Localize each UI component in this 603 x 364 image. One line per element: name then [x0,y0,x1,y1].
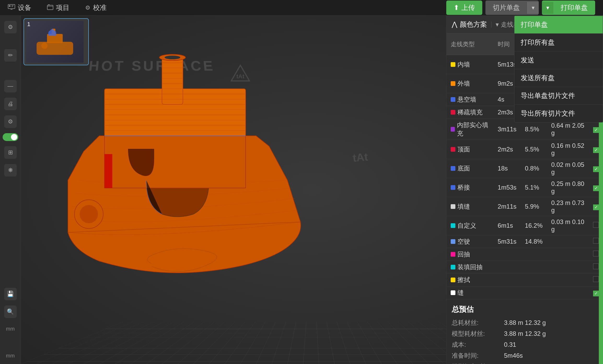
sidebar-search-button[interactable]: 🔍 [4,306,17,318]
collapse-icon: ⋀ [452,20,457,28]
slice-arrow-button[interactable]: ▾ [527,2,539,14]
dropdown-item-2[interactable]: 发送 [514,51,603,69]
route-name-cell: 缝 [447,286,494,299]
calibrate-label: 校准 [93,3,107,12]
sidebar-settings-button[interactable]: ⚙ [4,21,17,33]
sidebar-save-button[interactable]: 💾 [4,288,17,300]
svg-point-39 [80,205,98,223]
route-time-cell [494,261,521,274]
thumbnail-card[interactable]: 1 [24,18,89,65]
summary-row: 模型耗材丝:3.88 m 12.32 g [452,330,598,338]
route-material-cell: 0.02 m 0.05 g [547,159,589,178]
route-name-cell: 悬空墙 [447,93,494,106]
route-time-cell: 2m11s [494,197,521,216]
route-time-cell [494,248,521,261]
route-time-cell [494,274,521,286]
save-icon: 💾 [7,291,14,297]
table-row[interactable]: 装填回抽 [447,261,603,274]
route-checkbox[interactable] [593,222,599,228]
upload-label: 上传 [461,3,475,12]
tat-text: tAt [352,151,368,165]
project-label: 项目 [56,3,69,12]
route-material-cell: 0.25 m 0.80 g [547,178,589,197]
summary-row: 准备时间:5m46s [452,351,598,360]
summary-value: 5m46s [504,352,523,359]
summary-value: 3.88 m 12.32 g [504,330,546,337]
route-time-cell: 18s [494,159,521,178]
dropdown-item-3[interactable]: 发送所有盘 [514,69,603,87]
svg-point-10 [41,43,48,49]
dropdown-item-5[interactable]: 导出所有切片文件 [514,105,603,122]
summary-value: 31m32s [504,363,526,364]
table-row[interactable]: 擦拭 [447,274,603,286]
thumbnail-image [26,21,84,63]
svg-rect-26 [162,57,183,104]
gear2-icon: ⚙ [8,118,13,125]
table-row[interactable]: 回抽 [447,248,603,261]
sidebar-nodes-button[interactable]: ❋ [4,164,17,177]
project-menu[interactable]: 项目 [47,3,69,12]
table-row[interactable]: 桥接1m53s5.1%0.25 m 0.80 g✓ [447,178,603,197]
table-row[interactable]: 底面18s0.8%0.02 m 0.05 g✓ [447,159,603,178]
route-checkbox[interactable] [593,263,599,269]
panel-color-scheme[interactable]: ⋀ 颜色方案 [452,20,487,29]
nodes-icon: ❋ [8,167,13,174]
route-checkbox[interactable]: ✓ [593,166,599,172]
route-percent-cell [521,261,547,274]
summary-title: 总预估 [452,304,598,314]
table-row[interactable]: 自定义6m1s16.2%0.03 m 0.10 g [447,216,603,235]
route-checkbox[interactable]: ✓ [593,147,599,153]
route-checkbox[interactable]: ✓ [593,127,599,133]
settings-icon: ⚙ [8,24,13,31]
route-percent-cell: 16.2% [521,216,547,235]
slice-button[interactable]: 切片单盘 [485,1,527,15]
calibrate-menu[interactable]: ⚙ 校准 [85,3,107,12]
device-menu[interactable]: 设备 [8,3,31,12]
route-percent-cell: 14.8% [521,235,547,248]
route-name-cell: 装填回抽 [447,261,494,274]
device-label: 设备 [18,3,31,12]
summary-row: 总耗材丝:3.88 m 12.32 g [452,319,598,327]
table-row[interactable]: 空驶5m31s14.8% [447,235,603,248]
sidebar-grid-button[interactable]: ⊞ [4,146,17,159]
dropdown-items: 打印单盘打印所有盘发送发送所有盘导出单盘切片文件导出所有切片文件 [514,16,603,122]
route-checkbox[interactable] [593,238,599,244]
route-checkbox[interactable] [593,276,599,282]
dropdown-menu: 打印单盘打印所有盘发送发送所有盘导出单盘切片文件导出所有切片文件 [514,16,603,122]
route-name-cell: 内墙 [447,55,494,74]
svg-rect-6 [48,4,50,5]
sidebar-gear-button[interactable]: ⚙ [4,115,17,128]
svg-rect-11 [48,32,56,36]
dropdown-item-4[interactable]: 导出单盘切片文件 [514,87,603,105]
route-checkbox[interactable]: ✓ [593,291,599,296]
sidebar-minus-button[interactable]: — [4,80,17,92]
print-button[interactable]: 打印单盘 [553,1,595,15]
thumbnail-area: 1 [24,18,89,65]
dropdown-item-1[interactable]: 打印所有盘 [514,34,603,51]
sidebar-print-button[interactable]: 🖨 [4,98,17,110]
left-sidebar: ⚙ ✏ — 🖨 ⚙ ⊞ ❋ 💾 🔍 mm mm [0,16,21,364]
toggle-switch[interactable] [3,133,18,141]
route-material-cell [547,248,589,261]
route-percent-cell [521,274,547,286]
print-dropdown-button[interactable]: ▾ [542,2,553,14]
summary-value: 3.88 m 12.32 g [504,319,546,326]
table-row[interactable]: 填缝2m11s5.9%0.23 m 0.73 g✓ [447,197,603,216]
route-checkbox[interactable] [593,251,599,256]
route-name-cell: 空驶 [447,235,494,248]
dropdown-item-0[interactable]: 打印单盘 [514,16,603,34]
summary-label: 总耗材丝: [452,319,499,327]
upload-button[interactable]: ⬆ 上传 [446,1,482,15]
route-material-cell: 0.16 m 0.52 g [547,140,589,159]
print-group: ▾ 打印单盘 [542,1,595,15]
route-percent-cell: 5.5% [521,140,547,159]
route-name-cell: 顶面 [447,140,494,159]
sidebar-edit-button[interactable]: ✏ [4,49,17,62]
route-checkbox[interactable]: ✓ [593,204,599,210]
route-name-cell: 底面 [447,159,494,178]
route-name-cell: 填缝 [447,197,494,216]
table-row[interactable]: 顶面2m2s5.5%0.16 m 0.52 g✓ [447,140,603,159]
route-time-cell: 6m1s [494,216,521,235]
route-checkbox[interactable]: ✓ [593,185,599,191]
table-row[interactable]: 缝✓ [447,286,603,299]
